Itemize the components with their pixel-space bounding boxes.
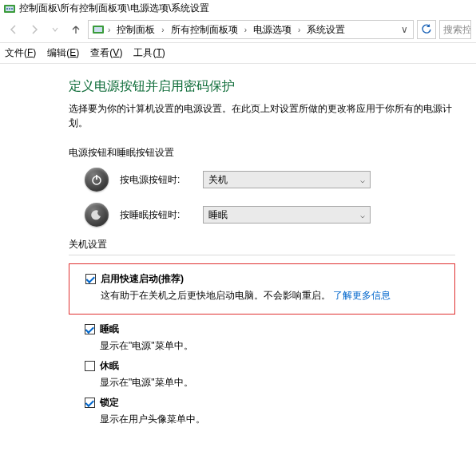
section-shutdown-label: 关机设置 [69, 238, 455, 251]
control-panel-icon [92, 23, 105, 36]
svg-point-4 [11, 8, 13, 10]
section-power-label: 电源按钮和睡眠按钮设置 [69, 146, 455, 160]
up-button[interactable] [67, 21, 85, 38]
sleep-button-label: 按睡眠按钮时: [120, 208, 192, 222]
chevron-right-icon[interactable]: › [243, 26, 248, 34]
sleep-button-row: 按睡眠按钮时: 睡眠 ⌵ [85, 203, 455, 227]
highlighted-option: 启用快速启动(推荐) 这有助于在关机之后更快地启动电脑。不会影响重启。 了解更多… [69, 263, 455, 315]
lock-desc: 显示在用户头像菜单中。 [100, 413, 455, 426]
power-button-select[interactable]: 关机 ⌵ [203, 171, 371, 188]
chevron-down-icon: ⌵ [360, 211, 365, 220]
power-icon [85, 168, 109, 192]
page-desc: 选择要为你的计算机设置的电源设置。在此页上对设置所做的更改将应用于你所有的电源计… [69, 101, 455, 130]
sleep-icon [85, 203, 109, 227]
button-bar: 保存修改 [0, 431, 476, 455]
svg-point-2 [6, 8, 8, 10]
fast-startup-desc: 这有助于在关机之后更快地启动电脑。不会影响重启。 了解更多信息 [101, 289, 446, 303]
hibernate-desc: 显示在"电源"菜单中。 [100, 376, 455, 390]
fast-startup-checkbox[interactable] [85, 274, 96, 284]
chevron-right-icon[interactable]: › [106, 26, 112, 34]
menu-view[interactable]: 查看(V) [90, 46, 122, 60]
menu-edit[interactable]: 编辑(E) [47, 46, 79, 60]
search-placeholder: 搜索控 [443, 23, 471, 37]
power-button-label: 按电源按钮时: [120, 173, 192, 187]
crumb-2[interactable]: 电源选项 [248, 23, 296, 37]
divider [69, 255, 455, 255]
learn-more-link[interactable]: 了解更多信息 [333, 290, 391, 301]
menu-bar: 文件(F) 编辑(E) 查看(V) 工具(T) [0, 43, 476, 64]
lock-label: 锁定 [100, 396, 119, 410]
chevron-down-icon[interactable]: ∨ [398, 24, 411, 35]
sleep-button-value: 睡眠 [208, 208, 228, 222]
page-title: 定义电源按钮并启用密码保护 [69, 78, 455, 95]
hibernate-checkbox[interactable] [85, 361, 95, 371]
sleep-label: 睡眠 [100, 322, 119, 336]
refresh-button[interactable] [417, 20, 436, 39]
breadcrumb[interactable]: › 控制面板 › 所有控制面板项 › 电源选项 › 系统设置 ∨ [88, 20, 414, 39]
power-button-value: 关机 [208, 173, 228, 187]
chevron-down-icon: ⌵ [360, 176, 365, 184]
nav-bar: › 控制面板 › 所有控制面板项 › 电源选项 › 系统设置 ∨ 搜索控 [0, 17, 476, 43]
content: 定义电源按钮并启用密码保护 选择要为你的计算机设置的电源设置。在此页上对设置所做… [0, 64, 476, 426]
back-button[interactable] [5, 21, 22, 38]
sleep-button-select[interactable]: 睡眠 ⌵ [203, 206, 371, 224]
sleep-checkbox[interactable] [85, 324, 95, 334]
control-panel-icon [3, 2, 16, 15]
chevron-right-icon[interactable]: › [160, 26, 165, 34]
window-title: 控制面板\所有控制面板项\电源选项\系统设置 [19, 2, 209, 15]
fast-startup-label: 启用快速启动(推荐) [101, 272, 184, 286]
forward-button[interactable] [26, 21, 43, 38]
svg-rect-6 [94, 27, 102, 32]
search-input[interactable]: 搜索控 [439, 20, 471, 39]
sleep-desc: 显示在"电源"菜单中。 [100, 339, 455, 353]
hibernate-label: 休眠 [100, 359, 119, 373]
crumb-0[interactable]: 控制面板 [112, 23, 160, 37]
svg-point-3 [9, 8, 10, 10]
title-bar: 控制面板\所有控制面板项\电源选项\系统设置 [0, 0, 476, 17]
menu-tools[interactable]: 工具(T) [133, 46, 165, 60]
menu-file[interactable]: 文件(F) [5, 46, 36, 60]
lock-checkbox[interactable] [85, 398, 95, 408]
recent-dropdown[interactable] [46, 21, 64, 38]
crumb-3[interactable]: 系统设置 [302, 23, 350, 37]
crumb-1[interactable]: 所有控制面板项 [166, 23, 243, 37]
power-button-row: 按电源按钮时: 关机 ⌵ [85, 168, 455, 192]
chevron-right-icon[interactable]: › [296, 26, 302, 34]
